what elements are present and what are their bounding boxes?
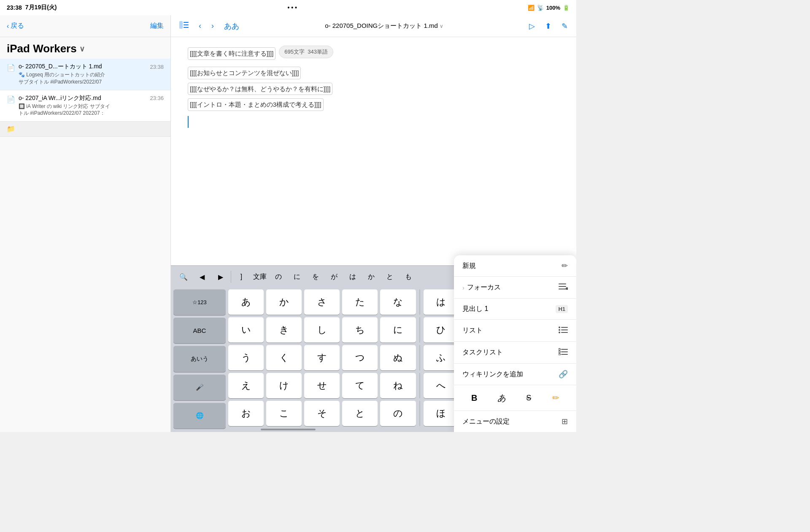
wiki-link-2[interactable]: [[[[なぜやるか？は無料、どうやるか？を有料に]]]] [188, 83, 332, 95]
file-info: o- 2207_iA Wr...iリンク対応.md 23:36 🔲 iA Wri… [19, 95, 164, 117]
svg-rect-5 [559, 286, 566, 287]
bold-format-button[interactable]: B [465, 390, 483, 405]
toolbar-separator [231, 271, 231, 283]
key-u[interactable]: う [228, 345, 264, 370]
italic-format-button[interactable]: あ [492, 390, 511, 405]
key-ke[interactable]: け [266, 373, 302, 398]
share-button[interactable]: ⬆ [542, 19, 555, 33]
svg-rect-2 [184, 24, 189, 25]
menu-list-label: リスト [462, 326, 483, 335]
aiueo-key[interactable]: あいう [173, 346, 226, 372]
key-to[interactable]: と [342, 401, 378, 426]
menu-item-list[interactable]: リスト [454, 320, 576, 342]
next-toolbar-button[interactable]: ▶ [211, 268, 230, 285]
workspace-name: iPad Workers [7, 42, 77, 55]
bracket-toolbar-button[interactable]: ] [232, 268, 251, 285]
key-e[interactable]: え [228, 373, 264, 398]
edit-button[interactable]: 編集 [150, 22, 164, 30]
settings-icon: ⊞ [562, 417, 568, 426]
menu-item-wikilink[interactable]: ウィキリンクを追加 🔗 [454, 364, 576, 385]
key-o[interactable]: お [228, 401, 264, 426]
ka-toolbar-button[interactable]: か [362, 268, 381, 285]
file-item[interactable]: 📄 o- 220705_D...ートカット 1.md 23:38 🐾 Logse… [0, 59, 170, 90]
menu-wikilink-label: ウィキリンクを追加 [462, 370, 523, 379]
menu-item-new[interactable]: 新規 ✏ [454, 255, 576, 277]
svg-rect-17 [561, 351, 568, 352]
file-title: o- 220705_DOINGショートカット 1.md ∨ [246, 22, 522, 30]
no-toolbar-button[interactable]: の [269, 268, 288, 285]
key-sa[interactable]: さ [304, 289, 340, 315]
grid-divider [419, 317, 420, 343]
key-nu[interactable]: ぬ [380, 345, 416, 370]
file-desc-line2: トル #iPadWorkers/2022/07 202207： [19, 110, 105, 116]
menu-item-settings[interactable]: メニューの設定 ⊞ [454, 411, 576, 432]
key-su[interactable]: す [304, 345, 340, 370]
file-title-text: o- 220705_DOINGショートカット 1.md [325, 22, 438, 30]
key-a[interactable]: あ [228, 289, 264, 315]
to-toolbar-button[interactable]: と [381, 268, 399, 285]
wo-toolbar-button[interactable]: を [306, 268, 325, 285]
key-se[interactable]: せ [304, 373, 340, 398]
sidebar: ‹ 戻る 編集 iPad Workers ∨ 📄 o- 220705_D...ー… [0, 15, 171, 432]
svg-rect-0 [179, 21, 183, 29]
back-button[interactable]: ‹ 戻る [7, 22, 24, 30]
key-ne[interactable]: ね [380, 373, 416, 398]
bunko-toolbar-button[interactable]: 文庫 [251, 268, 269, 285]
key-i[interactable]: い [228, 317, 264, 343]
key-no[interactable]: の [380, 401, 416, 426]
forward-nav-button[interactable]: › [208, 19, 217, 33]
svg-rect-15 [561, 349, 568, 350]
file-item[interactable]: 📄 o- 2207_iA Wr...iリンク対応.md 23:36 🔲 iA W… [0, 90, 170, 122]
globe-key[interactable]: 🌐 [173, 403, 226, 429]
key-te[interactable]: て [342, 373, 378, 398]
home-indicator [261, 429, 316, 430]
ga-toolbar-button[interactable]: が [325, 268, 343, 285]
key-ni[interactable]: に [380, 317, 416, 343]
compose-button[interactable]: ✎ [558, 19, 571, 33]
key-ka[interactable]: か [266, 289, 302, 315]
mic-key[interactable]: 🎤 [173, 375, 226, 400]
menu-item-focus[interactable]: › フォーカス [454, 277, 576, 299]
editor-toolbar: ‹ › ああ o- 220705_DOINGショートカット 1.md ∨ ▷ ⬆… [171, 15, 576, 37]
svg-rect-18 [559, 354, 560, 355]
key-ku[interactable]: く [266, 345, 302, 370]
font-button[interactable]: ああ [221, 19, 243, 34]
back-nav-button[interactable]: ‹ [195, 19, 205, 33]
svg-rect-9 [561, 327, 568, 328]
wiki-link-0[interactable]: [[[[文章を書く時に注意する]]]] [188, 47, 275, 60]
svg-rect-11 [561, 329, 568, 330]
ha-toolbar-button[interactable]: は [343, 268, 362, 285]
key-so[interactable]: そ [304, 401, 340, 426]
menu-item-tasklist[interactable]: タスクリスト [454, 342, 576, 364]
editor-content[interactable]: [[[[文章を書く時に注意する]]]] 695文字 343単語 [[[[お知らせ… [171, 37, 576, 265]
search-toolbar-button[interactable]: 🔍 [174, 268, 193, 285]
svg-rect-16 [559, 351, 560, 353]
mo-toolbar-button[interactable]: も [399, 268, 418, 285]
key-chi[interactable]: ち [342, 317, 378, 343]
editor-line-3: [[[[イントロ・本題・まとめの3構成で考える]]]] [188, 98, 559, 111]
wiki-link-1[interactable]: [[[[お知らせとコンテンツを混ぜない]]]] [188, 67, 301, 79]
file-desc-line1: 🔲 iA Writer の wiki リンク対応 サブタイ [19, 103, 110, 109]
key-ko[interactable]: こ [266, 401, 302, 426]
strikethrough-format-button[interactable]: S [519, 390, 538, 405]
wiki-link-3[interactable]: [[[[イントロ・本題・まとめの3構成で考える]]]] [188, 98, 324, 111]
svg-rect-19 [561, 354, 568, 355]
key-shi[interactable]: し [304, 317, 340, 343]
menu-item-heading1[interactable]: 見出し 1 H1 [454, 299, 576, 320]
file-desc-line2: サブタイトル #iPadWorkers/2022/07 [19, 79, 102, 85]
key-ki[interactable]: き [266, 317, 302, 343]
key-na[interactable]: な [380, 289, 416, 315]
abc-key[interactable]: ABC [173, 318, 226, 343]
folder-item[interactable]: 📁 [0, 122, 170, 137]
star-123-key[interactable]: ☆123 [173, 289, 226, 315]
key-tsu[interactable]: つ [342, 345, 378, 370]
sidebar-toggle-button[interactable] [176, 19, 192, 33]
ni-toolbar-button[interactable]: に [288, 268, 306, 285]
key-ta[interactable]: た [342, 289, 378, 315]
title-chevron-icon: ∨ [79, 44, 85, 54]
highlight-format-button[interactable]: ✏ [547, 390, 565, 405]
prev-toolbar-button[interactable]: ◀ [193, 268, 211, 285]
menu-settings-label: メニューの設定 [462, 417, 510, 426]
word-count-badge: 695文字 343単語 [279, 46, 333, 58]
play-button[interactable]: ▷ [526, 19, 538, 33]
